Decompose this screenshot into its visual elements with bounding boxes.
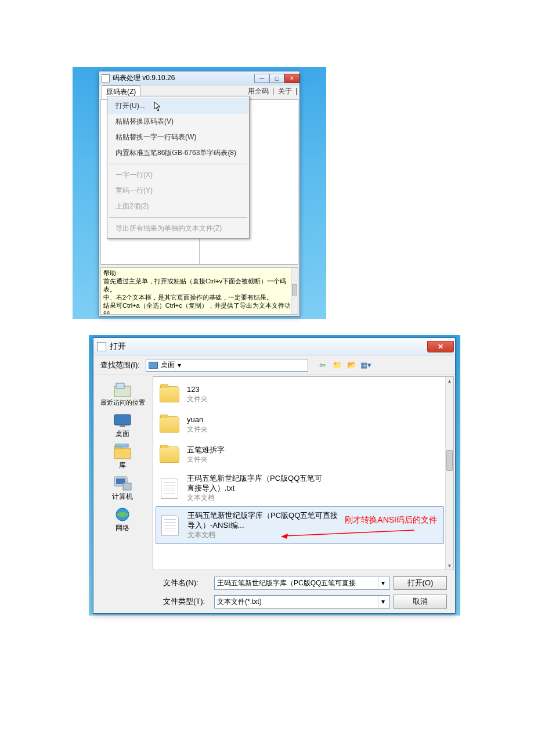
filetype-label: 文件类型(T): xyxy=(163,596,211,607)
libraries-icon xyxy=(112,443,133,460)
dialog-close-button[interactable]: ✕ xyxy=(427,341,454,352)
help-line: 首先通过主菜单，打开或粘贴（直接Ctrl+v下面会被截断）一个码表。 xyxy=(103,277,291,293)
help-scrollbar[interactable] xyxy=(291,268,298,314)
file-item-folder[interactable]: 五笔难拆字文件夹 xyxy=(156,440,444,470)
menu-item-export-all: 导出所有结果为单独的文本文件(Z) xyxy=(107,221,249,236)
file-type: 文件夹 xyxy=(187,394,208,404)
open-dialog: 打开 ✕ 查找范围(I): 桌面 ▾ ⇦ 📁 📂 ▦▾ 最近访问的位置 xyxy=(93,337,456,614)
file-item-folder[interactable]: yuan文件夹 xyxy=(156,409,444,440)
svg-rect-6 xyxy=(116,444,128,447)
menu-separator xyxy=(109,217,247,218)
back-icon[interactable]: ⇦ xyxy=(316,359,329,372)
maximize-button[interactable]: ▢ xyxy=(269,74,284,83)
sidebar-item-label: 最近访问的位置 xyxy=(100,399,145,406)
svg-rect-4 xyxy=(114,448,131,459)
sidebar-item-libraries[interactable]: 库 xyxy=(96,441,149,471)
file-type: 文本文档 xyxy=(187,493,326,503)
chevron-down-icon[interactable]: ▾ xyxy=(378,577,387,589)
help-title: 帮助: xyxy=(103,269,291,277)
up-icon[interactable]: 📁 xyxy=(331,359,344,372)
lookin-label: 查找范围(I): xyxy=(100,360,140,370)
titlebar[interactable]: 码表处理 v0.9.10.26 — ▢ ✕ xyxy=(99,71,300,85)
menu-item-dup-line: 重码一行(Y) xyxy=(107,183,249,199)
dialog-toolbar: 查找范围(I): 桌面 ▾ ⇦ 📁 📂 ▦▾ xyxy=(93,355,455,375)
svg-rect-2 xyxy=(114,415,131,425)
file-name: 王码五笔新世纪版字库（PC版QQ五笔可直接导入）-ANSI编... xyxy=(187,510,338,530)
file-name: yuan xyxy=(187,415,208,424)
menu-full-code[interactable]: 用全码 xyxy=(248,87,269,95)
sidebar-item-label: 计算机 xyxy=(112,492,133,502)
file-item-folder[interactable]: 123文件夹 xyxy=(156,379,444,409)
file-list[interactable]: 123文件夹 yuan文件夹 五笔难拆字文件夹 王码五笔新世纪版字库（PC版QQ… xyxy=(153,376,454,570)
svg-rect-9 xyxy=(123,483,131,490)
file-type: 文件夹 xyxy=(187,424,208,434)
svg-rect-1 xyxy=(116,383,124,388)
computer-icon xyxy=(112,474,133,492)
menu-item-open[interactable]: 打开(U)... xyxy=(107,98,249,114)
file-name: 123 xyxy=(187,384,208,394)
chevron-down-icon[interactable]: ▾ xyxy=(378,596,387,608)
help-line: 中、右2个文本框，是其它页面操作的基础，一定要有结果。 xyxy=(103,293,291,301)
cancel-button[interactable]: 取消 xyxy=(394,595,447,609)
file-list-scrollbar[interactable]: ▲ ▼ xyxy=(445,377,453,570)
menu-about[interactable]: 关于 xyxy=(278,87,292,95)
chevron-down-icon[interactable]: ▾ xyxy=(175,359,184,371)
desktop-icon xyxy=(112,412,133,429)
folder-icon xyxy=(158,383,181,406)
folder-icon xyxy=(158,443,181,466)
menu-item-one-char-line: 一字一行(X) xyxy=(107,167,249,183)
text-file-icon xyxy=(158,477,181,500)
scrollbar-thumb[interactable] xyxy=(446,450,453,471)
svg-rect-3 xyxy=(120,425,125,427)
sidebar-item-network[interactable]: 网络 xyxy=(96,504,149,534)
menu-separator xyxy=(109,164,247,164)
dialog-footer: 文件名(N): 王码五笔新世纪版字库（PC版QQ五笔可直接 ▾ 打开(O) 文件… xyxy=(93,571,455,613)
filetype-value: 文本文件(*.txt) xyxy=(217,597,262,607)
sidebar-item-label: 桌面 xyxy=(116,429,129,439)
menubar-right: 用全码 | 关于 | xyxy=(246,87,297,96)
close-button[interactable]: ✕ xyxy=(284,74,300,83)
menu-item-above-two: 上面2项(2) xyxy=(107,199,249,214)
file-item-txt[interactable]: 王码五笔新世纪版字库（PC版QQ五笔可直接导入）.txt文本文档 xyxy=(156,470,444,506)
new-folder-icon[interactable]: 📂 xyxy=(345,359,358,372)
menu-item-paste-replace[interactable]: 粘贴替换原码表(V) xyxy=(107,114,249,129)
views-icon[interactable]: ▦▾ xyxy=(360,359,373,372)
dialog-titlebar[interactable]: 打开 ✕ xyxy=(93,338,455,355)
svg-line-11 xyxy=(284,530,414,536)
dialog-title: 打开 xyxy=(110,341,427,352)
sidebar-item-label: 网络 xyxy=(116,523,129,533)
scroll-up-icon[interactable]: ▲ xyxy=(446,377,453,385)
places-sidebar: 最近访问的位置 桌面 库 计算机 xyxy=(93,375,151,571)
lookin-value: 桌面 xyxy=(161,360,175,370)
annotation-text: 刚才转换ANSI码后的文件 xyxy=(345,515,437,525)
sidebar-item-label: 库 xyxy=(119,460,126,470)
scroll-down-icon[interactable]: ▼ xyxy=(446,561,453,570)
dialog-body: 最近访问的位置 桌面 库 计算机 xyxy=(93,375,455,571)
folder-icon xyxy=(158,413,181,436)
sidebar-item-desktop[interactable]: 桌面 xyxy=(96,410,149,440)
help-panel: 帮助: 首先通过主菜单，打开或粘贴（直接Ctrl+v下面会被截断）一个码表。 中… xyxy=(100,267,298,315)
sidebar-item-recent[interactable]: 最近访问的位置 xyxy=(96,379,149,409)
desktop-icon xyxy=(149,362,158,369)
filename-label: 文件名(N): xyxy=(163,578,211,588)
open-button[interactable]: 打开(O) xyxy=(394,576,447,590)
file-name: 五笔难拆字 xyxy=(187,445,225,455)
file-type: 文件夹 xyxy=(187,455,225,465)
recent-places-icon xyxy=(112,381,133,399)
sidebar-item-computer[interactable]: 计算机 xyxy=(96,473,149,503)
window-title: 码表处理 v0.9.10.26 xyxy=(113,73,254,83)
filename-combo[interactable]: 王码五笔新世纪版字库（PC版QQ五笔可直接 ▾ xyxy=(214,577,390,590)
menu-item-paste-replace-oneline[interactable]: 粘贴替换一字一行码表(W) xyxy=(107,129,249,145)
menu-dropdown: 打开(U)... 粘贴替换原码表(V) 粘贴替换一字一行码表(W) 内置标准五笔… xyxy=(107,96,250,239)
help-line: 结果可Ctrl+a（全选）Ctrl+c（复制），并提供了导出为文本文件功能。 xyxy=(103,301,291,315)
dialog-icon xyxy=(97,342,106,351)
menu-item-builtin-wubi86[interactable]: 内置标准五笔86版GB-6763单字码表(8) xyxy=(107,145,249,161)
app-icon xyxy=(102,74,110,82)
filetype-combo[interactable]: 文本文件(*.txt) ▾ xyxy=(214,595,390,609)
annotation-arrow-icon xyxy=(281,528,414,539)
lookin-combo[interactable]: 桌面 ▾ xyxy=(146,359,308,372)
minimize-button[interactable]: — xyxy=(254,74,269,83)
filename-value: 王码五笔新世纪版字库（PC版QQ五笔可直接 xyxy=(217,578,356,588)
network-icon xyxy=(112,506,133,523)
scrollbar-thumb[interactable] xyxy=(292,284,297,296)
